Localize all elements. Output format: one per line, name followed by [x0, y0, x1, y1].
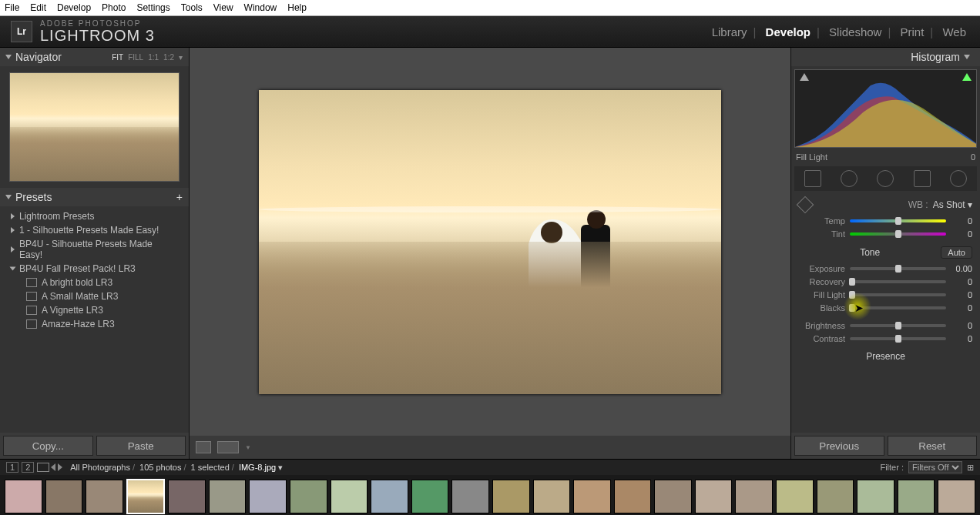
filmstrip-thumb[interactable]	[249, 480, 287, 513]
nav-arrows[interactable]	[51, 463, 62, 471]
crop-tool-icon[interactable]	[804, 170, 821, 187]
preset-folder[interactable]: BP4U Fall Preset Pack! LR3	[0, 262, 189, 276]
menu-tools[interactable]: Tools	[181, 2, 203, 13]
nav-fill[interactable]: FILL	[128, 53, 143, 62]
filmstrip-thumb[interactable]	[533, 480, 571, 513]
filllight-slider[interactable]: Fill Light0	[799, 288, 972, 301]
prev-photo-icon[interactable]	[51, 463, 55, 471]
monitor-2-button[interactable]: 2	[22, 462, 34, 473]
spot-tool-icon[interactable]	[841, 170, 858, 187]
previous-button[interactable]: Previous	[794, 436, 884, 456]
menu-settings[interactable]: Settings	[136, 2, 169, 13]
contrast-slider[interactable]: Contrast0	[799, 332, 972, 345]
presets-title: Presets	[15, 191, 52, 203]
navigator-header[interactable]: Navigator FIT FILL 1:1 1:2 ▾	[0, 48, 189, 66]
filmstrip-thumb[interactable]	[654, 480, 692, 513]
preset-folder[interactable]: 1 - Silhouette Presets Made Easy!	[0, 223, 189, 237]
filmstrip-thumb[interactable]	[817, 480, 854, 513]
eyedropper-icon[interactable]	[797, 196, 814, 214]
filmstrip-path[interactable]: All Photographs/ 105 photos/ 1 selected/…	[70, 463, 283, 473]
filmstrip-thumb[interactable]	[290, 480, 327, 513]
nav-zoom-menu-icon[interactable]: ▾	[179, 53, 183, 62]
wb-value[interactable]: As Shot ▾	[933, 199, 972, 210]
tint-slider[interactable]: Tint0	[799, 227, 972, 240]
svg-point-2	[541, 222, 562, 243]
filmstrip-thumb[interactable]	[938, 480, 975, 513]
shadow-clip-icon[interactable]	[800, 73, 809, 81]
nav-fit[interactable]: FIT	[112, 53, 123, 62]
filmstrip-thumb[interactable]	[451, 480, 489, 513]
nav-1to2[interactable]: 1:2	[163, 53, 174, 62]
image-canvas[interactable]	[190, 48, 790, 436]
module-library[interactable]: Library	[712, 25, 747, 38]
menu-file[interactable]: File	[5, 2, 19, 13]
presets-header[interactable]: Presets +	[0, 188, 189, 206]
filmstrip-thumb[interactable]	[168, 480, 206, 513]
add-preset-icon[interactable]: +	[176, 191, 183, 203]
exposure-slider[interactable]: Exposure0.00	[799, 262, 972, 275]
nav-1to1[interactable]: 1:1	[148, 53, 159, 62]
filmstrip-thumb[interactable]	[898, 480, 935, 513]
loupe-view-icon[interactable]	[196, 441, 211, 453]
menu-window[interactable]: Window	[244, 2, 277, 13]
histogram-graph[interactable]	[794, 69, 977, 148]
grad-tool-icon[interactable]	[914, 170, 931, 187]
toolbar-menu-icon[interactable]: ▼	[245, 444, 251, 451]
menu-develop[interactable]: Develop	[57, 2, 91, 13]
copy-button[interactable]: Copy...	[3, 436, 93, 456]
filmstrip-thumb[interactable]	[735, 480, 773, 513]
wb-row: WB : As Shot ▾	[799, 199, 972, 211]
preset-folder[interactable]: BP4U - Silhouette Presets Made Easy!	[0, 237, 189, 262]
before-after-icon[interactable]	[217, 441, 239, 453]
filmstrip-thumb[interactable]	[371, 480, 408, 513]
brush-tool-icon[interactable]	[950, 170, 967, 187]
next-photo-icon[interactable]	[58, 463, 62, 471]
grid-icon[interactable]	[37, 463, 49, 472]
menu-edit[interactable]: Edit	[30, 2, 46, 13]
brightness-slider[interactable]: Brightness0	[799, 319, 972, 332]
navigator-preview[interactable]	[9, 72, 180, 182]
monitor-1-button[interactable]: 1	[6, 462, 18, 473]
filmstrip-thumb[interactable]	[5, 480, 42, 513]
filmstrip-thumb[interactable]	[695, 480, 733, 513]
preset-folder[interactable]: Lightroom Presets	[0, 209, 189, 223]
filmstrip-thumb[interactable]	[614, 480, 652, 513]
preset-item[interactable]: A Vignette LR3	[0, 303, 189, 317]
filmstrip-thumb[interactable]	[776, 480, 814, 513]
preset-item[interactable]: A Small Matte LR3	[0, 289, 189, 303]
recovery-slider[interactable]: Recovery0	[799, 275, 972, 288]
highlight-clip-icon[interactable]	[962, 73, 972, 81]
menu-photo[interactable]: Photo	[102, 2, 126, 13]
filmstrip-thumb[interactable]	[209, 480, 247, 513]
blacks-slider[interactable]: Blacks0	[799, 301, 972, 314]
filter-select[interactable]: Filters Off	[908, 461, 962, 473]
temp-slider[interactable]: Temp0	[799, 214, 972, 227]
module-web[interactable]: Web	[942, 25, 966, 38]
wb-label: WB :	[908, 199, 928, 210]
filmstrip-thumb[interactable]	[411, 480, 449, 513]
filmstrip-thumb[interactable]	[331, 480, 368, 513]
filmstrip-thumb[interactable]	[86, 480, 123, 513]
filmstrip-thumb[interactable]	[573, 480, 611, 513]
presence-section: Presence	[799, 351, 972, 362]
menu-view[interactable]: View	[213, 2, 233, 13]
filter-lock-icon[interactable]: ⊞	[967, 463, 974, 473]
histogram-header[interactable]: Histogram	[791, 48, 980, 66]
redeye-tool-icon[interactable]	[877, 170, 894, 187]
reset-button[interactable]: Reset	[888, 436, 978, 456]
module-develop[interactable]: Develop	[766, 25, 811, 38]
histogram-title: Histogram	[911, 51, 960, 63]
module-print[interactable]: Print	[901, 25, 925, 38]
filmstrip-thumb[interactable]	[45, 480, 83, 513]
filmstrip-thumb[interactable]	[492, 480, 530, 513]
paste-button[interactable]: Paste	[96, 436, 186, 456]
filmstrip-thumb[interactable]	[857, 480, 894, 513]
filmstrip-thumb-selected[interactable]	[126, 479, 166, 514]
menu-help[interactable]: Help	[287, 2, 307, 13]
preset-item[interactable]: A bright bold LR3	[0, 276, 189, 289]
preset-item[interactable]: Amaze-Haze LR3	[0, 317, 189, 331]
filmstrip[interactable]	[0, 475, 980, 515]
module-slideshow[interactable]: Slideshow	[829, 25, 881, 38]
auto-tone-button[interactable]: Auto	[941, 246, 972, 259]
filmstrip-info-bar: 1 2 All Photographs/ 105 photos/ 1 selec…	[0, 459, 980, 475]
